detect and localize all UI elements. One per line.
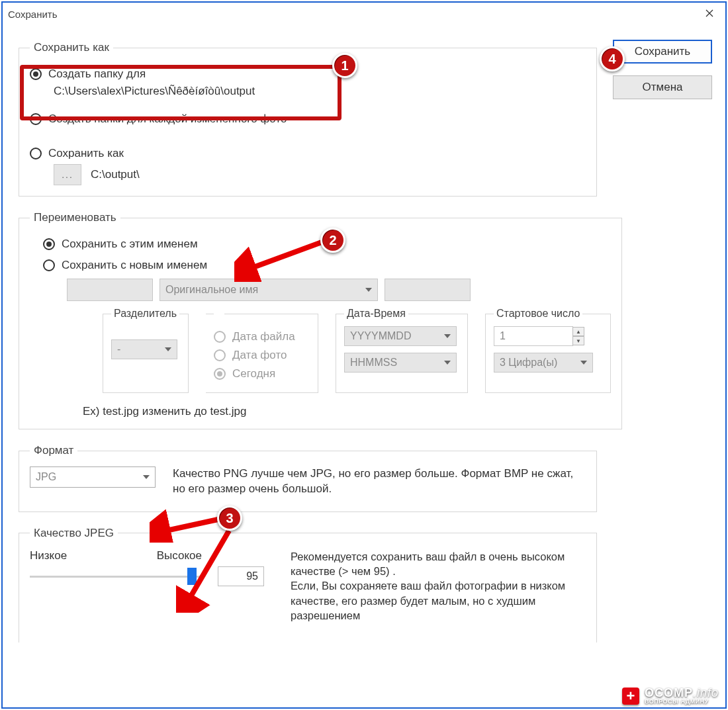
rename-example: Ex) test.jpg изменить до test.jpg <box>83 405 611 418</box>
date-format-value: YYYYMMDD <box>350 330 411 342</box>
startnum-value: 1 <box>500 330 506 342</box>
group-save-as-legend: Сохранить как <box>30 41 113 54</box>
sub-datetime-legend: Дата-Время <box>344 308 408 320</box>
watermark-tag: ВОПРОСЫ АДМИНУ <box>645 699 719 705</box>
watermark-suffix: .info <box>693 686 719 699</box>
radio-icon <box>43 238 55 250</box>
group-jpeg-legend: Качество JPEG <box>30 527 118 540</box>
close-icon <box>705 9 713 17</box>
slider-thumb[interactable] <box>187 568 197 585</box>
radio-new-name-label: Сохранить с новым именем <box>62 259 207 272</box>
radio-icon <box>214 368 226 380</box>
date-format-select[interactable]: YYYYMMDD <box>344 326 457 346</box>
jpeg-quality-value-box[interactable]: 95 <box>218 566 264 586</box>
sub-separator: Разделитель - <box>103 308 189 393</box>
format-note: Качество PNG лучше чем JPG, но его разме… <box>173 466 586 497</box>
radio-icon <box>30 68 42 80</box>
separator-value: - <box>117 343 120 355</box>
group-save-as: Сохранить как Создать папку для C:\Users… <box>19 41 597 197</box>
jpeg-quality-value: 95 <box>246 570 258 582</box>
radio-create-folder[interactable]: Создать папку для <box>30 66 586 82</box>
sub-date-source: x Дата файла Дата фото Сегодня <box>206 308 318 393</box>
radio-icon <box>30 113 42 125</box>
radio-save-as[interactable]: Сохранить как <box>30 146 586 161</box>
create-folder-path: C:\Users\alex\Pictures\Ñêðèíøîòû\output <box>54 85 586 98</box>
name-pattern-select[interactable]: Оригинальное имя <box>159 279 378 301</box>
jpeg-note: Рекомендуется сохранить ваш файл в очень… <box>291 549 586 623</box>
jpeg-quality-slider[interactable] <box>30 566 202 586</box>
browse-label: ... <box>62 169 73 180</box>
jpeg-low-label: Низкое <box>30 549 67 562</box>
chevron-up-icon: ▲ <box>572 327 584 336</box>
separator-select[interactable]: - <box>111 339 177 359</box>
radio-date-photo[interactable]: Дата фото <box>214 347 310 363</box>
radio-new-name[interactable]: Сохранить с новым именем <box>43 257 611 273</box>
group-format: Формат JPG Качество PNG лучше чем JPG, н… <box>19 444 597 512</box>
digits-select[interactable]: 3 Цифра(ы) <box>494 353 593 373</box>
watermark-brand: OCOMP <box>645 686 693 699</box>
slider-track <box>30 576 202 578</box>
radio-icon <box>43 259 55 271</box>
browse-button[interactable]: ... <box>54 164 81 185</box>
save-as-path: C:\output\ <box>91 168 140 181</box>
radio-icon <box>30 148 42 159</box>
radio-date-file[interactable]: Дата файла <box>214 329 310 345</box>
plus-icon: + <box>622 688 639 705</box>
chevron-down-icon: ▼ <box>572 336 584 345</box>
suffix-input[interactable] <box>385 279 471 301</box>
time-format-value: HHMMSS <box>350 357 397 369</box>
radio-date-photo-label: Дата фото <box>232 349 287 362</box>
save-dialog: Сохранить Сохранить Отмена Сохранить как… <box>1 1 727 709</box>
radio-date-today[interactable]: Сегодня <box>214 366 310 382</box>
group-jpeg-quality: Качество JPEG Низкое Высокое 95 <box>19 527 597 643</box>
radio-date-file-label: Дата файла <box>232 330 295 343</box>
radio-create-each-label: Создать папки для каждой измененного фот… <box>48 112 287 126</box>
watermark: + OCOMP.info ВОПРОСЫ АДМИНУ <box>602 683 725 707</box>
time-format-select[interactable]: HHMMSS <box>344 353 457 373</box>
radio-icon <box>214 349 226 361</box>
radio-keep-name-label: Сохранить с этим именем <box>62 238 198 251</box>
radio-date-today-label: Сегодня <box>232 367 275 380</box>
format-select[interactable]: JPG <box>30 466 156 488</box>
radio-create-each[interactable]: Создать папки для каждой измененного фот… <box>30 111 586 127</box>
radio-create-folder-label: Создать папку для <box>48 67 146 81</box>
group-rename: Переименовать Сохранить с этим именем Со… <box>19 211 622 429</box>
format-value: JPG <box>36 471 56 483</box>
radio-save-as-label: Сохранить как <box>48 147 124 160</box>
group-rename-legend: Переименовать <box>30 211 120 224</box>
radio-icon <box>214 331 226 343</box>
radio-keep-name[interactable]: Сохранить с этим именем <box>43 236 611 252</box>
sub-startnum-legend: Стартовое число <box>494 308 582 320</box>
digits-value: 3 Цифра(ы) <box>500 357 557 369</box>
window-title: Сохранить <box>8 9 58 20</box>
name-pattern-value: Оригинальное имя <box>165 284 258 296</box>
jpeg-high-label: Высокое <box>157 549 202 562</box>
startnum-spinner[interactable]: ▲▼ <box>572 327 584 345</box>
sub-datetime: Дата-Время YYYYMMDD HHMMSS <box>336 308 468 393</box>
titlebar: Сохранить <box>3 3 725 25</box>
group-format-legend: Формат <box>30 444 77 457</box>
close-button[interactable] <box>696 4 723 22</box>
sub-separator-legend: Разделитель <box>111 308 179 320</box>
sub-startnum: Стартовое число 1 ▲▼ 3 Цифра(ы) <box>485 308 611 393</box>
startnum-input[interactable]: 1 <box>494 326 573 346</box>
prefix-input[interactable] <box>67 279 153 301</box>
